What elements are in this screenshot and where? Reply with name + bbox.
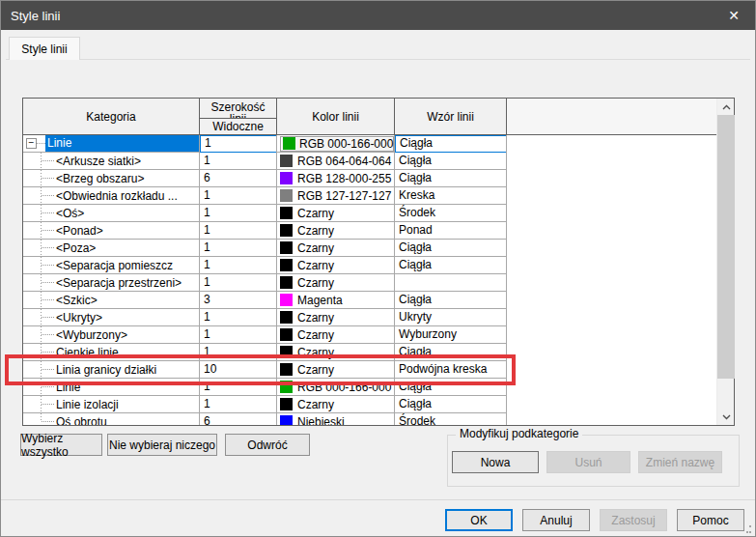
category-cell[interactable]: <Arkusze siatki> [23, 153, 200, 170]
vertical-scrollbar[interactable] [716, 99, 734, 425]
table-row[interactable]: <Obwiednia rozkładu ...1RGB 127-127-127K… [23, 187, 716, 205]
scrollbar-thumb[interactable] [717, 115, 735, 379]
line-color-cell[interactable]: Czarny [277, 344, 395, 361]
table-row[interactable]: <Oś>1CzarnyŚrodek [23, 205, 716, 222]
line-color-cell[interactable]: RGB 127-127-127 [277, 187, 395, 205]
table-row[interactable]: <Brzeg obszaru>6RGB 128-000-255Ciągła [23, 170, 716, 187]
table-row[interactable]: <Separacja przestrzeni>1Czarny [23, 274, 716, 292]
line-color-cell[interactable]: Czarny [277, 240, 395, 257]
line-pattern-cell[interactable]: Kreska [395, 187, 507, 205]
table-row[interactable]: <Separacja pomieszcz1CzarnyCiągła [23, 257, 716, 274]
help-button[interactable]: Pomoc [677, 509, 744, 531]
line-weight-cell[interactable]: 1 [200, 135, 277, 153]
line-pattern-cell[interactable]: Ciągła [395, 240, 507, 257]
line-color-cell[interactable]: Czarny [277, 205, 395, 222]
category-cell[interactable]: <Oś> [23, 205, 200, 222]
line-pattern-cell[interactable]: Wyburzony [395, 326, 507, 344]
line-color-button[interactable]: RGB 000-166-000 [280, 136, 394, 152]
line-pattern-cell[interactable]: Ciągła [395, 292, 507, 309]
column-header-line-weight[interactable]: Szerokość linii [200, 99, 277, 119]
category-cell[interactable]: <Brzeg obszaru> [23, 170, 200, 187]
line-pattern-cell[interactable]: Ukryty [395, 309, 507, 326]
line-pattern-cell[interactable]: Ciągła [395, 379, 507, 396]
line-pattern-cell[interactable]: Ponad [395, 222, 507, 240]
line-color-cell[interactable]: Czarny [277, 326, 395, 344]
category-cell[interactable]: <Wyburzony> [23, 326, 200, 344]
column-header-category[interactable]: Kategoria [23, 99, 200, 135]
line-weight-cell[interactable]: 1 [200, 396, 277, 413]
line-color-cell[interactable]: RGB 064-064-064 [277, 153, 395, 170]
line-weight-cell[interactable]: 1 [200, 240, 277, 257]
line-weight-cell[interactable]: 6 [200, 413, 277, 425]
scroll-up-button[interactable] [717, 99, 735, 115]
line-pattern-cell[interactable]: Ciągła [395, 153, 507, 170]
table-row[interactable]: <Szkic>3MagentaCiągła [23, 292, 716, 309]
line-color-cell[interactable]: Czarny [277, 257, 395, 274]
table-row[interactable]: Linie1RGB 000-166-000Ciągła [23, 379, 716, 396]
resize-grip-icon[interactable] [743, 525, 751, 533]
table-row[interactable]: Oś obrotu6NiebieskiŚrodek [23, 413, 716, 425]
line-color-cell[interactable]: RGB 000-166-000 [277, 135, 395, 153]
line-pattern-cell[interactable]: Ciągła [395, 170, 507, 187]
new-subcategory-button[interactable]: Nowa [452, 451, 539, 473]
line-weight-cell[interactable]: 10 [200, 361, 277, 379]
table-row[interactable]: <Arkusze siatki>1RGB 064-064-064Ciągła [23, 153, 716, 170]
line-weight-cell[interactable]: 1 [200, 187, 277, 205]
category-cell[interactable]: <Obwiednia rozkładu ... [23, 187, 200, 205]
line-color-cell[interactable]: Czarny [277, 309, 395, 326]
category-cell[interactable]: <Ukryty> [23, 309, 200, 326]
line-color-cell[interactable]: Magenta [277, 292, 395, 309]
line-weight-cell[interactable]: 1 [200, 379, 277, 396]
line-color-cell[interactable]: Czarny [277, 396, 395, 413]
line-weight-cell[interactable]: 1 [200, 309, 277, 326]
column-header-line-color[interactable]: Kolor linii [277, 99, 395, 135]
category-cell[interactable]: <Poza> [23, 240, 200, 257]
line-weight-cell[interactable]: 1 [200, 257, 277, 274]
table-row[interactable]: <Ponad>1CzarnyPonad [23, 222, 716, 240]
category-cell[interactable]: <Szkic> [23, 292, 200, 309]
line-weight-cell[interactable]: 1 [200, 326, 277, 344]
category-cell[interactable]: Linia granicy działki [23, 361, 200, 379]
select-all-button[interactable]: Wybierz wszystko [20, 434, 102, 456]
collapse-minus-icon[interactable]: − [26, 138, 37, 149]
line-weight-cell[interactable]: 1 [200, 205, 277, 222]
category-cell[interactable]: Oś obrotu [23, 413, 200, 425]
table-row[interactable]: <Wyburzony>1CzarnyWyburzony [23, 326, 716, 344]
line-pattern-cell[interactable]: Ciągła [395, 257, 507, 274]
line-pattern-cell[interactable]: Ciągła [395, 396, 507, 413]
column-header-line-pattern[interactable]: Wzór linii [395, 99, 507, 135]
ok-button[interactable]: OK [445, 509, 513, 531]
line-pattern-cell[interactable]: Ciągła [395, 344, 507, 361]
scroll-down-button[interactable] [717, 409, 735, 425]
column-subheader-visible[interactable]: Widoczne [200, 119, 277, 135]
invert-selection-button[interactable]: Odwróć [225, 434, 310, 456]
tab-style-linii[interactable]: Style linii [9, 37, 80, 60]
line-weight-cell[interactable]: 1 [200, 153, 277, 170]
category-cell[interactable]: Linie izolacji [23, 396, 200, 413]
line-weight-cell[interactable]: 6 [200, 170, 277, 187]
line-pattern-cell[interactable]: Środek [395, 413, 507, 425]
table-row[interactable]: <Poza>1CzarnyCiągła [23, 240, 716, 257]
table-row[interactable]: Linie izolacji1CzarnyCiągła [23, 396, 716, 413]
category-cell[interactable]: <Ponad> [23, 222, 200, 240]
category-cell[interactable]: Cienkie linie [23, 344, 200, 361]
select-none-button[interactable]: Nie wybieraj niczego [107, 434, 217, 456]
cancel-button[interactable]: Anuluj [522, 509, 590, 531]
line-color-cell[interactable]: RGB 128-000-255 [277, 170, 395, 187]
line-pattern-cell[interactable]: Środek [395, 205, 507, 222]
line-pattern-cell[interactable]: Podwójna kreska [395, 361, 507, 379]
line-color-cell[interactable]: RGB 000-166-000 [277, 379, 395, 396]
line-color-cell[interactable]: Czarny [277, 361, 395, 379]
table-row[interactable]: Linia granicy działki10CzarnyPodwójna kr… [23, 361, 716, 379]
category-cell[interactable]: Linie [23, 379, 200, 396]
table-row[interactable]: −Linie1RGB 000-166-000Ciągła [23, 135, 716, 153]
category-cell[interactable]: <Separacja pomieszcz [23, 257, 200, 274]
table-row[interactable]: Cienkie linie1CzarnyCiągła [23, 344, 716, 361]
line-color-cell[interactable]: Niebieski [277, 413, 395, 425]
line-color-cell[interactable]: Czarny [277, 274, 395, 292]
line-pattern-cell[interactable]: Ciągła [395, 135, 507, 153]
line-weight-cell[interactable]: 1 [200, 344, 277, 361]
close-button[interactable]: ✕ [713, 1, 755, 30]
line-color-cell[interactable]: Czarny [277, 222, 395, 240]
line-weight-cell[interactable]: 1 [200, 274, 277, 292]
